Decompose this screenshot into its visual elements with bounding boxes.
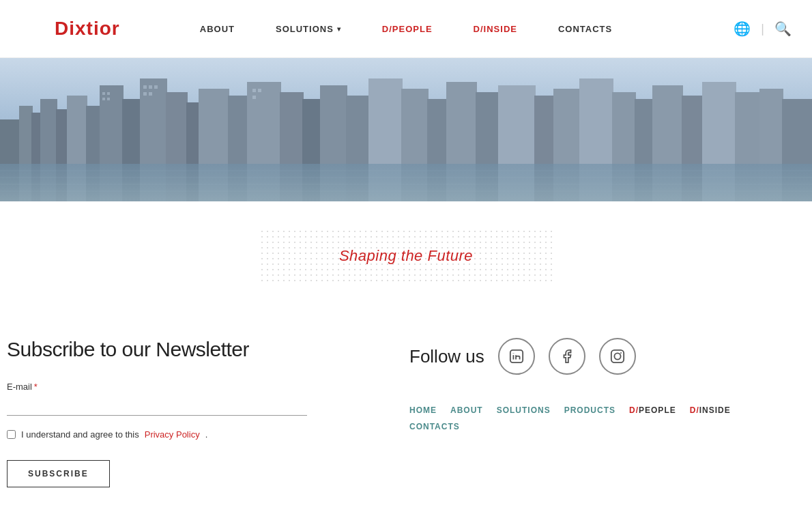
nav-item-about[interactable]: ABOUT (179, 24, 255, 34)
privacy-policy-link[interactable]: Privacy Policy (145, 429, 200, 440)
svg-rect-45 (149, 92, 152, 96)
footer-nav-d-inside[interactable]: D/INSIDE (690, 402, 744, 418)
svg-point-58 (614, 353, 620, 359)
privacy-checkbox[interactable] (7, 430, 16, 439)
nav-item-contacts[interactable]: CONTACTS (538, 24, 633, 34)
email-input[interactable] (7, 397, 307, 416)
svg-point-59 (620, 352, 622, 354)
search-icon[interactable]: 🔍 (774, 20, 792, 37)
chevron-down-icon: ▾ (337, 25, 341, 33)
svg-rect-48 (252, 96, 256, 99)
subscribe-button[interactable]: SUBSCRIBE (7, 460, 110, 487)
footer-nav: HOME ABOUT SOLUTIONS PRODUCTS D/PEOPLE D… (409, 402, 792, 435)
linkedin-icon[interactable] (498, 338, 535, 375)
facebook-icon[interactable] (549, 338, 585, 375)
privacy-checkbox-row: I understand and agree to this Privacy P… (7, 429, 389, 440)
footer-nav-row1: HOME ABOUT SOLUTIONS PRODUCTS D/PEOPLE D… (409, 402, 792, 418)
brand-logo[interactable]: Dixtior (55, 18, 120, 40)
instagram-icon[interactable] (599, 338, 636, 375)
svg-rect-43 (154, 85, 158, 89)
svg-rect-57 (611, 350, 624, 362)
email-label: E-mail* (7, 382, 389, 392)
navbar: Dixtior ABOUT SOLUTIONS ▾ D/PEOPLE D/INS… (0, 0, 812, 58)
follow-title: Follow us (409, 346, 484, 367)
footer-nav-d-people[interactable]: D/PEOPLE (629, 402, 690, 418)
follow-section: Follow us (389, 338, 812, 487)
nav-item-d-inside[interactable]: D/INSIDE (453, 24, 538, 34)
svg-rect-46 (252, 89, 256, 92)
required-star: * (34, 382, 38, 392)
nav-links: ABOUT SOLUTIONS ▾ D/PEOPLE D/INSIDE CONT… (179, 24, 633, 34)
main-content: Subscribe to our Newsletter E-mail* I un… (0, 311, 812, 514)
svg-rect-38 (107, 92, 110, 95)
svg-rect-42 (149, 85, 152, 89)
nav-item-solutions[interactable]: SOLUTIONS ▾ (255, 24, 362, 34)
svg-rect-44 (143, 92, 147, 96)
svg-rect-47 (258, 89, 261, 92)
footer-nav-contacts[interactable]: CONTACTS (409, 418, 474, 435)
hero-image (0, 58, 812, 201)
tagline-text: Shaping the Future (339, 247, 473, 265)
svg-rect-39 (102, 98, 105, 100)
newsletter-title: Subscribe to our Newsletter (7, 338, 389, 361)
footer-nav-solutions[interactable]: SOLUTIONS (497, 402, 564, 418)
footer-nav-home[interactable]: HOME (409, 402, 450, 418)
brand-name: Dixtior (55, 18, 120, 39)
footer-nav-about[interactable]: ABOUT (450, 402, 497, 418)
footer-nav-products[interactable]: PRODUCTS (564, 402, 629, 418)
svg-rect-37 (102, 92, 105, 95)
newsletter-section: Subscribe to our Newsletter E-mail* I un… (0, 338, 389, 487)
globe-icon[interactable]: 🌐 (734, 20, 751, 37)
footer-nav-row2: CONTACTS (409, 418, 792, 435)
divider: | (761, 22, 764, 36)
svg-rect-49 (0, 164, 812, 201)
svg-rect-40 (107, 98, 110, 100)
navbar-right: 🌐 | 🔍 (734, 20, 792, 37)
nav-item-d-people[interactable]: D/PEOPLE (362, 24, 453, 34)
tagline-box: // We'll generate dots via the SVG text … (259, 229, 553, 283)
svg-rect-41 (143, 85, 147, 89)
follow-row: Follow us (409, 338, 792, 375)
tagline-section: // We'll generate dots via the SVG text … (0, 201, 812, 311)
